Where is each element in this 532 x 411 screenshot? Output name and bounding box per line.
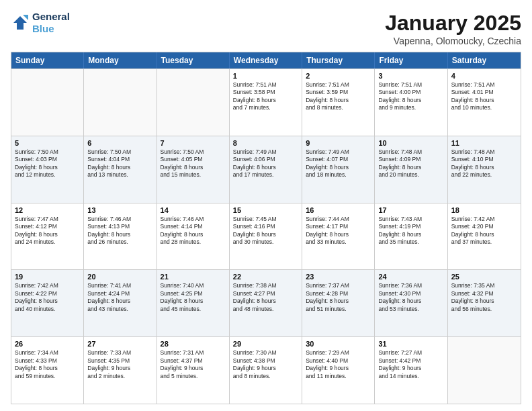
day-number: 13 — [87, 206, 152, 214]
day-info: Sunrise: 7:29 AM Sunset: 4:40 PM Dayligh… — [306, 349, 371, 380]
day-info: Sunrise: 7:41 AM Sunset: 4:24 PM Dayligh… — [87, 282, 152, 313]
day-number: 16 — [306, 206, 371, 214]
calendar-day-23: 23Sunrise: 7:37 AM Sunset: 4:28 PM Dayli… — [302, 270, 375, 336]
calendar-week-1: 5Sunrise: 7:50 AM Sunset: 4:03 PM Daylig… — [11, 136, 521, 203]
day-info: Sunrise: 7:43 AM Sunset: 4:19 PM Dayligh… — [378, 216, 443, 246]
day-info: Sunrise: 7:47 AM Sunset: 4:12 PM Dayligh… — [15, 216, 80, 246]
day-info: Sunrise: 7:51 AM Sunset: 3:58 PM Dayligh… — [233, 81, 298, 112]
day-info: Sunrise: 7:48 AM Sunset: 4:10 PM Dayligh… — [451, 148, 517, 179]
day-number: 30 — [306, 340, 371, 348]
calendar-day-15: 15Sunrise: 7:45 AM Sunset: 4:16 PM Dayli… — [230, 203, 302, 270]
calendar-day-4: 4Sunrise: 7:51 AM Sunset: 4:01 PM Daylig… — [448, 69, 521, 136]
day-info: Sunrise: 7:49 AM Sunset: 4:06 PM Dayligh… — [233, 148, 298, 179]
calendar-empty-cell — [157, 69, 230, 136]
day-number: 20 — [87, 273, 152, 281]
day-number: 18 — [451, 206, 517, 214]
calendar-empty-cell — [448, 337, 521, 404]
day-number: 2 — [306, 72, 371, 80]
calendar-day-24: 24Sunrise: 7:36 AM Sunset: 4:30 PM Dayli… — [375, 270, 447, 336]
day-number: 10 — [378, 139, 443, 147]
calendar-day-19: 19Sunrise: 7:42 AM Sunset: 4:22 PM Dayli… — [11, 270, 84, 336]
day-info: Sunrise: 7:50 AM Sunset: 4:03 PM Dayligh… — [15, 148, 80, 179]
calendar-day-16: 16Sunrise: 7:44 AM Sunset: 4:17 PM Dayli… — [302, 203, 375, 270]
calendar-day-26: 26Sunrise: 7:34 AM Sunset: 4:33 PM Dayli… — [11, 337, 84, 404]
calendar-day-20: 20Sunrise: 7:41 AM Sunset: 4:24 PM Dayli… — [84, 270, 157, 336]
logo-icon — [11, 13, 30, 32]
day-number: 8 — [233, 139, 298, 147]
day-info: Sunrise: 7:44 AM Sunset: 4:17 PM Dayligh… — [306, 216, 371, 246]
calendar-empty-cell — [11, 69, 84, 136]
calendar-day-10: 10Sunrise: 7:48 AM Sunset: 4:09 PM Dayli… — [375, 136, 447, 203]
day-number: 23 — [306, 273, 371, 281]
calendar-day-9: 9Sunrise: 7:49 AM Sunset: 4:07 PM Daylig… — [302, 136, 375, 203]
day-info: Sunrise: 7:37 AM Sunset: 4:28 PM Dayligh… — [306, 282, 371, 313]
calendar-day-11: 11Sunrise: 7:48 AM Sunset: 4:10 PM Dayli… — [448, 136, 521, 203]
logo-text: General Blue — [32, 11, 70, 35]
day-info: Sunrise: 7:42 AM Sunset: 4:20 PM Dayligh… — [451, 216, 517, 246]
calendar-empty-cell — [84, 69, 157, 136]
calendar-day-5: 5Sunrise: 7:50 AM Sunset: 4:03 PM Daylig… — [11, 136, 84, 203]
calendar-day-7: 7Sunrise: 7:50 AM Sunset: 4:05 PM Daylig… — [157, 136, 230, 203]
day-number: 24 — [378, 273, 443, 281]
day-number: 4 — [451, 72, 517, 80]
day-info: Sunrise: 7:38 AM Sunset: 4:27 PM Dayligh… — [233, 282, 298, 313]
calendar-day-27: 27Sunrise: 7:33 AM Sunset: 4:35 PM Dayli… — [84, 337, 157, 404]
day-info: Sunrise: 7:50 AM Sunset: 4:05 PM Dayligh… — [161, 148, 226, 179]
calendar-day-8: 8Sunrise: 7:49 AM Sunset: 4:06 PM Daylig… — [230, 136, 302, 203]
day-info: Sunrise: 7:51 AM Sunset: 3:59 PM Dayligh… — [306, 81, 371, 112]
calendar-day-2: 2Sunrise: 7:51 AM Sunset: 3:59 PM Daylig… — [302, 69, 375, 136]
calendar-week-4: 26Sunrise: 7:34 AM Sunset: 4:33 PM Dayli… — [11, 336, 521, 404]
day-number: 3 — [378, 72, 443, 80]
day-number: 6 — [87, 139, 152, 147]
day-info: Sunrise: 7:35 AM Sunset: 4:32 PM Dayligh… — [451, 282, 517, 313]
calendar-week-3: 19Sunrise: 7:42 AM Sunset: 4:22 PM Dayli… — [11, 269, 521, 336]
day-number: 19 — [15, 273, 80, 281]
calendar-day-29: 29Sunrise: 7:30 AM Sunset: 4:38 PM Dayli… — [230, 337, 302, 404]
day-info: Sunrise: 7:42 AM Sunset: 4:22 PM Dayligh… — [15, 282, 80, 313]
calendar-day-25: 25Sunrise: 7:35 AM Sunset: 4:32 PM Dayli… — [448, 270, 521, 336]
day-info: Sunrise: 7:46 AM Sunset: 4:14 PM Dayligh… — [161, 216, 226, 246]
subtitle: Vapenna, Olomoucky, Czechia — [385, 36, 521, 46]
day-info: Sunrise: 7:31 AM Sunset: 4:37 PM Dayligh… — [161, 349, 226, 380]
day-number: 17 — [378, 206, 443, 214]
day-number: 5 — [15, 139, 80, 147]
calendar-day-21: 21Sunrise: 7:40 AM Sunset: 4:25 PM Dayli… — [157, 270, 230, 336]
day-number: 26 — [15, 340, 80, 348]
day-info: Sunrise: 7:48 AM Sunset: 4:09 PM Dayligh… — [378, 148, 443, 179]
calendar-day-28: 28Sunrise: 7:31 AM Sunset: 4:37 PM Dayli… — [157, 337, 230, 404]
day-number: 14 — [161, 206, 226, 214]
month-title: January 2025 — [385, 11, 521, 36]
day-number: 28 — [161, 340, 226, 348]
calendar-day-12: 12Sunrise: 7:47 AM Sunset: 4:12 PM Dayli… — [11, 203, 84, 270]
header-day-sunday: Sunday — [11, 52, 84, 68]
calendar-day-1: 1Sunrise: 7:51 AM Sunset: 3:58 PM Daylig… — [230, 69, 302, 136]
day-info: Sunrise: 7:49 AM Sunset: 4:07 PM Dayligh… — [306, 148, 371, 179]
day-info: Sunrise: 7:34 AM Sunset: 4:33 PM Dayligh… — [15, 349, 80, 380]
calendar-day-18: 18Sunrise: 7:42 AM Sunset: 4:20 PM Dayli… — [448, 203, 521, 270]
day-number: 9 — [306, 139, 371, 147]
day-info: Sunrise: 7:46 AM Sunset: 4:13 PM Dayligh… — [87, 216, 152, 246]
day-number: 7 — [161, 139, 226, 147]
header-day-saturday: Saturday — [448, 52, 521, 68]
day-info: Sunrise: 7:27 AM Sunset: 4:42 PM Dayligh… — [378, 349, 443, 380]
calendar-day-17: 17Sunrise: 7:43 AM Sunset: 4:19 PM Dayli… — [375, 203, 447, 270]
calendar-day-3: 3Sunrise: 7:51 AM Sunset: 4:00 PM Daylig… — [375, 69, 447, 136]
calendar-week-0: 1Sunrise: 7:51 AM Sunset: 3:58 PM Daylig… — [11, 68, 521, 136]
day-info: Sunrise: 7:51 AM Sunset: 4:00 PM Dayligh… — [378, 81, 443, 112]
day-number: 1 — [233, 72, 298, 80]
calendar-header: SundayMondayTuesdayWednesdayThursdayFrid… — [11, 52, 521, 68]
header-day-thursday: Thursday — [302, 52, 375, 68]
day-number: 25 — [451, 273, 517, 281]
day-number: 29 — [233, 340, 298, 348]
day-info: Sunrise: 7:36 AM Sunset: 4:30 PM Dayligh… — [378, 282, 443, 313]
calendar-day-14: 14Sunrise: 7:46 AM Sunset: 4:14 PM Dayli… — [157, 203, 230, 270]
day-number: 22 — [233, 273, 298, 281]
day-number: 11 — [451, 139, 517, 147]
title-block: January 2025 Vapenna, Olomoucky, Czechia — [385, 11, 521, 46]
day-info: Sunrise: 7:33 AM Sunset: 4:35 PM Dayligh… — [87, 349, 152, 380]
calendar-day-31: 31Sunrise: 7:27 AM Sunset: 4:42 PM Dayli… — [375, 337, 447, 404]
day-number: 12 — [15, 206, 80, 214]
header-day-friday: Friday — [375, 52, 447, 68]
calendar-day-6: 6Sunrise: 7:50 AM Sunset: 4:04 PM Daylig… — [84, 136, 157, 203]
day-info: Sunrise: 7:40 AM Sunset: 4:25 PM Dayligh… — [161, 282, 226, 313]
